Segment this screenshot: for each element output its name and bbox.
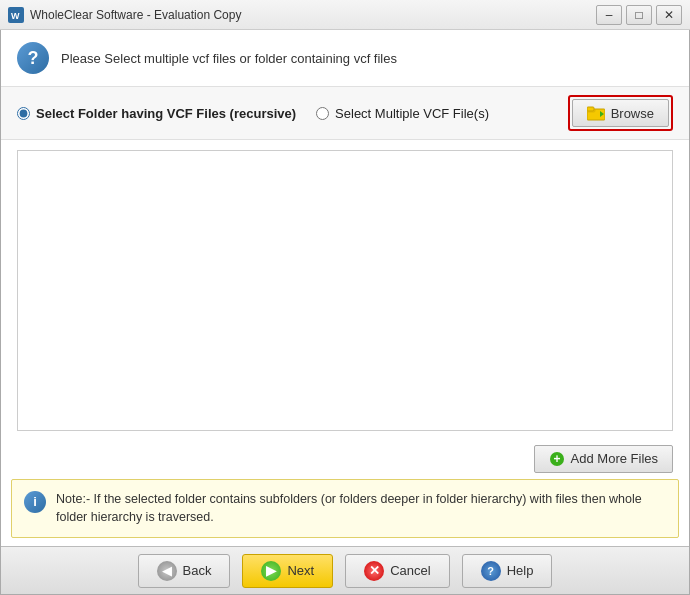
radio-files[interactable] <box>316 107 329 120</box>
next-icon: ▶ <box>261 561 281 581</box>
add-more-row: + Add More Files <box>1 441 689 479</box>
radio-group: Select Folder having VCF Files (recursiv… <box>17 106 568 121</box>
browse-btn-wrapper: Browse <box>568 95 673 131</box>
radio-files-label[interactable]: Select Multiple VCF File(s) <box>316 106 489 121</box>
cancel-icon: ✕ <box>364 561 384 581</box>
note-section: i Note:- If the selected folder contains… <box>11 479 679 539</box>
note-text: Note:- If the selected folder contains s… <box>56 490 666 528</box>
radio-files-text: Select Multiple VCF File(s) <box>335 106 489 121</box>
help-label: Help <box>507 563 534 578</box>
app-icon: W <box>8 7 24 23</box>
browse-button[interactable]: Browse <box>572 99 669 127</box>
maximize-button[interactable]: □ <box>626 5 652 25</box>
cancel-button[interactable]: ✕ Cancel <box>345 554 449 588</box>
titlebar-title: WholeClear Software - Evaluation Copy <box>30 8 241 22</box>
header-instruction: Please Select multiple vcf files or fold… <box>61 51 397 66</box>
svg-text:W: W <box>11 11 20 21</box>
add-more-button[interactable]: + Add More Files <box>534 445 673 473</box>
back-label: Back <box>183 563 212 578</box>
note-info-icon: i <box>24 491 46 513</box>
help-button[interactable]: ? Help <box>462 554 553 588</box>
options-bar: Select Folder having VCF Files (recursiv… <box>1 87 689 140</box>
radio-folder-text: Select Folder having VCF Files (recursiv… <box>36 106 296 121</box>
svg-rect-4 <box>587 107 594 111</box>
add-more-icon: + <box>549 451 565 467</box>
back-button[interactable]: ◀ Back <box>138 554 231 588</box>
add-more-label: Add More Files <box>571 451 658 466</box>
svg-text:+: + <box>553 452 560 466</box>
next-label: Next <box>287 563 314 578</box>
header-section: ? Please Select multiple vcf files or fo… <box>1 30 689 87</box>
titlebar: W WholeClear Software - Evaluation Copy … <box>0 0 690 30</box>
browse-label: Browse <box>611 106 654 121</box>
back-icon: ◀ <box>157 561 177 581</box>
radio-folder[interactable] <box>17 107 30 120</box>
next-button[interactable]: ▶ Next <box>242 554 333 588</box>
help-icon: ? <box>481 561 501 581</box>
titlebar-left: W WholeClear Software - Evaluation Copy <box>8 7 241 23</box>
header-info-icon: ? <box>17 42 49 74</box>
folder-icon <box>587 105 605 121</box>
window-body: ? Please Select multiple vcf files or fo… <box>0 30 690 595</box>
radio-folder-label[interactable]: Select Folder having VCF Files (recursiv… <box>17 106 296 121</box>
minimize-button[interactable]: – <box>596 5 622 25</box>
bottom-bar: ◀ Back ▶ Next ✕ Cancel ? Help <box>1 546 689 594</box>
cancel-label: Cancel <box>390 563 430 578</box>
file-list-area[interactable] <box>17 150 673 431</box>
titlebar-controls: – □ ✕ <box>596 5 682 25</box>
close-button[interactable]: ✕ <box>656 5 682 25</box>
